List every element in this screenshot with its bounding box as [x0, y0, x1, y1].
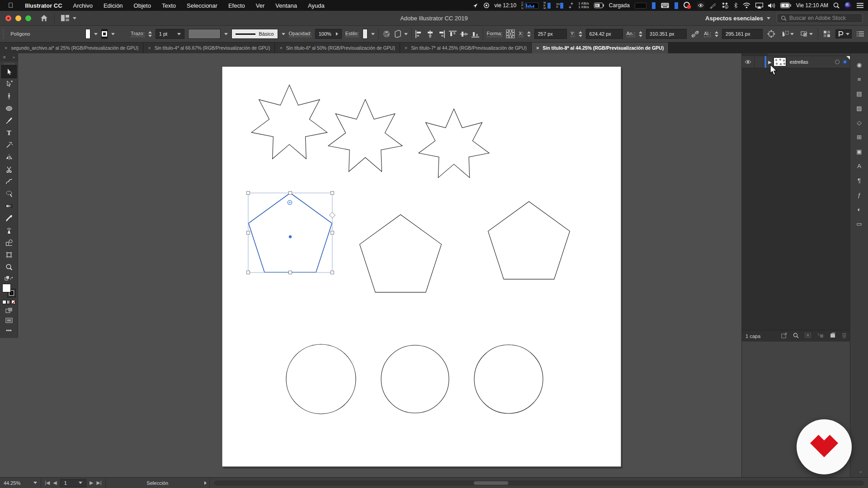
brushes-icon[interactable]: ▨ [852, 102, 867, 114]
keyboard-icon[interactable] [661, 1, 669, 9]
width-stepper[interactable] [639, 31, 642, 37]
mem-meter[interactable]: MEM [543, 1, 551, 9]
transform-icon[interactable]: ⊞ [852, 131, 867, 143]
cpu-meter[interactable]: CPU [521, 1, 538, 9]
collect-export-icon[interactable] [781, 333, 787, 339]
prev-artboard-icon[interactable]: ◀ [53, 480, 57, 486]
menu-item-seleccionar[interactable]: Seleccionar [181, 2, 223, 9]
align-horizontal-center-icon[interactable] [426, 29, 434, 39]
align-horizontal-right-icon[interactable] [438, 29, 445, 39]
selection-handle[interactable] [331, 271, 334, 274]
swatches-icon[interactable]: ▤ [852, 88, 867, 99]
align-vertical-center-icon[interactable] [460, 29, 468, 39]
layer-name[interactable]: estrellas [790, 59, 808, 65]
stock-search-input[interactable] [789, 15, 857, 21]
type-tool[interactable]: T [2, 127, 16, 139]
shape-circle-7[interactable] [286, 344, 356, 414]
menu-item-ayuda[interactable]: Ayuda [302, 2, 330, 9]
menu-item-edicion[interactable]: Edición [98, 2, 128, 9]
stroke-chevron-icon[interactable] [111, 33, 115, 35]
tools-close-icon[interactable]: ✕ [3, 55, 6, 60]
app-menu[interactable]: Illustrator CC [19, 2, 67, 9]
tab-close-icon[interactable]: × [536, 45, 539, 51]
document-setup-icon[interactable] [394, 29, 408, 39]
creative-cloud-icon[interactable]: ◉ [852, 59, 867, 70]
appearance-icon[interactable]: ◐ [852, 203, 867, 215]
none-mode-icon[interactable] [11, 300, 15, 304]
location-arrow-icon[interactable] [472, 1, 478, 9]
adobe-stock-search[interactable] [777, 13, 863, 23]
more-tools-icon[interactable]: ••• [6, 328, 12, 334]
siri-icon[interactable] [844, 1, 852, 9]
battery-blue-icon-2[interactable] [674, 2, 679, 9]
align-vertical-top-icon[interactable] [449, 29, 457, 39]
graphic-styles-icon[interactable]: ▭ [852, 218, 867, 230]
apple-menu-icon[interactable]:  [5, 1, 19, 10]
artboards-icon[interactable]: ▣ [852, 145, 867, 157]
document-tab-2[interactable]: ×Sin título-4* al 66.67% (RGB/Previsuali… [143, 42, 275, 53]
grid-snap-icon[interactable] [822, 29, 832, 39]
controlbar-grip[interactable] [3, 29, 4, 39]
tools-grip[interactable] [4, 63, 14, 65]
gradient-tool[interactable] [2, 200, 16, 212]
x-value[interactable]: 257 px [534, 29, 567, 39]
reflect-tool[interactable] [2, 151, 16, 163]
battery-menu-icon[interactable] [594, 1, 604, 9]
battery-blue-icon[interactable] [651, 2, 656, 9]
selection-handle[interactable] [247, 192, 250, 195]
stroke-weight-label[interactable]: Trazo: [131, 31, 145, 37]
layer-row[interactable]: ▶ estrellas [742, 56, 850, 68]
screen-recorder-badge[interactable] [797, 419, 852, 474]
brush-chevron-icon[interactable] [282, 33, 285, 35]
selection-handle[interactable] [289, 271, 292, 274]
layer-disclosure-icon[interactable]: ▶ [766, 60, 774, 65]
next-artboard-icon[interactable]: ▶ [90, 480, 93, 486]
width-label[interactable]: An.: [627, 31, 636, 37]
drawing-modes-icon[interactable] [5, 307, 13, 314]
gradient-mode-icon[interactable] [7, 300, 11, 304]
bluetooth-icon[interactable] [734, 1, 738, 9]
style-swatch[interactable] [363, 29, 368, 39]
zoom-chevron-icon[interactable] [33, 482, 37, 484]
visibility-eye-icon[interactable] [742, 56, 755, 68]
pen-tool[interactable] [2, 90, 16, 102]
width-profile-chevron-icon[interactable] [224, 33, 228, 35]
clipping-mask-icon[interactable] [805, 333, 811, 339]
paintbrush-tool[interactable] [2, 114, 16, 127]
document-tab-4[interactable]: ×Sin título-7* al 44.25% (RGB/Previsuali… [400, 42, 532, 53]
layer-target-icon[interactable] [835, 60, 840, 64]
ssd-meter[interactable]: SSD [556, 1, 564, 9]
recolor-artwork-icon[interactable] [382, 29, 391, 39]
first-artboard-icon[interactable]: |◀ [45, 480, 50, 486]
wifi-icon[interactable] [743, 1, 750, 9]
battery-charging-icon[interactable] [780, 1, 791, 9]
screen-mode-icon[interactable] [5, 318, 13, 324]
x-label[interactable]: X: [519, 31, 523, 37]
tab-close-icon[interactable]: × [5, 45, 7, 51]
graph-tool[interactable] [2, 236, 16, 249]
istat-time[interactable]: vie 12:10 [495, 2, 517, 9]
zoom-control[interactable]: 44.25% [0, 478, 41, 488]
artboard-canvas[interactable] [18, 53, 741, 477]
properties-icon[interactable]: ≡ [852, 73, 867, 85]
brush-definition-dropdown[interactable]: Básico [231, 29, 278, 39]
delete-layer-icon[interactable] [842, 333, 847, 339]
arrange-documents-chevron-icon[interactable] [73, 17, 76, 19]
spotlight-icon[interactable] [833, 1, 840, 9]
y-value[interactable]: 624.42 px [586, 29, 623, 39]
dock-scroll-chevron-icon[interactable]: ⌄ [859, 469, 863, 474]
workspace-switcher[interactable]: Aspectos esenciales [705, 15, 770, 22]
menu-item-ver[interactable]: Ver [250, 2, 270, 9]
shaper-tool[interactable] [2, 139, 16, 151]
layer-selection-indicator[interactable] [843, 60, 847, 64]
selection-handle[interactable] [289, 192, 292, 195]
wifi-fan-icon[interactable] [710, 1, 717, 9]
width-tool[interactable] [2, 175, 16, 188]
document-tab-3[interactable]: ×Sin título-6* al 50% (RGB/Previsualizac… [275, 42, 400, 53]
fill-chevron-icon[interactable] [94, 33, 98, 35]
network-arrows-icon[interactable] [569, 1, 573, 9]
height-value[interactable]: 295.161 px [722, 29, 763, 39]
close-window-button[interactable] [5, 15, 11, 21]
ellipse-tool[interactable] [2, 102, 16, 114]
lasso-tool[interactable] [2, 188, 16, 200]
